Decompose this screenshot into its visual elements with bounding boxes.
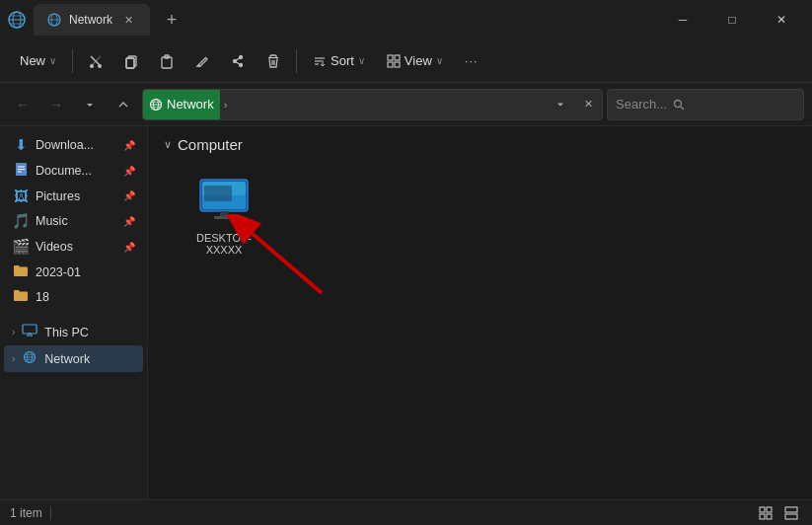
sidebar-item-downloads[interactable]: ⬇ Downloa... 📌 [4, 132, 143, 158]
address-dropdown-btn[interactable] [547, 90, 574, 119]
svg-rect-61 [767, 514, 772, 519]
breadcrumb-label: Network [167, 97, 214, 112]
sort-button[interactable]: Sort ∨ [303, 44, 375, 78]
copy-button[interactable] [114, 44, 148, 78]
cut-button[interactable] [79, 44, 112, 78]
downloads-pin: 📌 [123, 140, 135, 151]
tab-label: Network [69, 13, 112, 27]
svg-point-36 [675, 100, 682, 107]
svg-point-19 [240, 63, 243, 66]
sidebar-item-2023[interactable]: 2023-01 [4, 260, 143, 284]
videos-icon: 🎬 [12, 238, 30, 256]
sidebar-item-network[interactable]: › Network [4, 345, 143, 372]
sort-chevron: ∨ [358, 55, 365, 66]
recent-locations-button[interactable] [75, 90, 105, 119]
share-button[interactable] [221, 44, 255, 78]
sidebar-item-videos[interactable]: 🎬 Videos 📌 [4, 234, 143, 260]
music-pin: 📌 [123, 216, 135, 227]
toolbar-separator-2 [296, 49, 297, 73]
sidebar-item-18[interactable]: 18 [4, 284, 143, 309]
status-bar: 1 item [0, 499, 812, 525]
sidebar-item-music[interactable]: 🎵 Music 📌 [4, 208, 143, 234]
new-button[interactable]: New ∨ [10, 44, 66, 78]
sidebar: ⬇ Downloa... 📌 Docume... 📌 🖼 Pictures 📌 … [0, 126, 148, 499]
sidebar-item-label: Downloa... [36, 138, 94, 152]
window-controls: ─ □ ✕ [660, 4, 804, 36]
tab-close-btn[interactable]: ✕ [120, 12, 136, 28]
network-chevron: › [12, 353, 15, 364]
this-pc-chevron: › [12, 327, 15, 338]
list-view-btn[interactable] [755, 502, 776, 524]
paste-button[interactable] [150, 44, 184, 78]
more-options-button[interactable]: ··· [455, 44, 488, 78]
sidebar-item-label: Videos [36, 240, 73, 254]
sidebar-item-label: 18 [36, 290, 49, 304]
sidebar-item-label: This PC [44, 326, 88, 339]
up-button[interactable] [109, 90, 138, 119]
title-bar: Network ✕ + ─ □ ✕ [0, 0, 812, 39]
content-area: ∨ Computer [148, 126, 812, 499]
section-header: ∨ Computer [164, 136, 796, 153]
active-tab[interactable]: Network ✕ [34, 4, 150, 36]
address-breadcrumb[interactable]: Network [143, 90, 220, 119]
pictures-pin: 📌 [123, 190, 135, 201]
back-button[interactable]: ← [8, 90, 37, 119]
sidebar-item-label: Docume... [36, 164, 92, 178]
svg-rect-59 [767, 507, 772, 512]
view-button[interactable]: View ∨ [377, 44, 453, 78]
address-arrow: › [220, 99, 232, 111]
view-label: View [405, 53, 432, 68]
sidebar-item-pictures[interactable]: 🖼 Pictures 📌 [4, 184, 143, 208]
svg-point-20 [234, 59, 237, 62]
documents-pin: 📌 [123, 166, 135, 177]
status-view-controls [755, 502, 802, 524]
new-tab-btn[interactable]: + [158, 6, 185, 34]
rename-button[interactable] [185, 44, 219, 78]
section-title: Computer [178, 136, 243, 153]
svg-point-18 [240, 55, 243, 58]
sort-label: Sort [331, 53, 354, 68]
sidebar-item-label: Network [44, 352, 90, 366]
sidebar-item-documents[interactable]: Docume... 📌 [4, 158, 143, 184]
svg-rect-28 [395, 55, 400, 60]
search-icon [673, 99, 685, 111]
svg-rect-63 [785, 514, 797, 519]
close-btn[interactable]: ✕ [759, 4, 804, 36]
view-chevron: ∨ [436, 55, 443, 66]
sidebar-item-this-pc[interactable]: › This PC [4, 319, 143, 345]
arrow-annotation [223, 214, 341, 303]
svg-rect-42 [23, 325, 37, 334]
downloads-icon: ⬇ [12, 136, 30, 154]
red-arrow-svg [223, 214, 341, 303]
address-close-btn[interactable]: ✕ [574, 90, 602, 119]
search-placeholder: Search... [616, 97, 667, 112]
sidebar-spacer [0, 309, 147, 319]
sidebar-item-label: 2023-01 [36, 265, 81, 279]
svg-rect-13 [126, 58, 134, 68]
address-bar[interactable]: Network › ✕ [142, 89, 603, 120]
detail-view-btn[interactable] [780, 502, 802, 524]
folder-2023-icon [12, 263, 30, 280]
svg-rect-21 [268, 57, 278, 58]
delete-button[interactable] [257, 44, 290, 78]
svg-rect-58 [760, 507, 765, 512]
this-pc-icon [21, 324, 38, 340]
svg-line-57 [253, 234, 322, 293]
more-icon: ··· [465, 53, 479, 68]
svg-rect-62 [785, 507, 797, 512]
svg-point-11 [98, 64, 102, 68]
main-layout: ⬇ Downloa... 📌 Docume... 📌 🖼 Pictures 📌 … [0, 126, 812, 499]
search-box[interactable]: Search... [607, 89, 804, 120]
music-icon: 🎵 [12, 212, 30, 230]
status-count: 1 item [10, 506, 42, 520]
svg-rect-15 [162, 57, 172, 68]
new-label: New [20, 53, 45, 68]
sidebar-item-label: Pictures [36, 189, 80, 203]
maximize-btn[interactable]: □ [709, 4, 755, 36]
forward-button[interactable]: → [41, 90, 71, 119]
minimize-btn[interactable]: ─ [660, 4, 705, 36]
network-icon [21, 350, 38, 367]
toolbar-separator-1 [72, 49, 73, 73]
new-chevron: ∨ [49, 55, 56, 66]
svg-rect-30 [395, 62, 400, 67]
